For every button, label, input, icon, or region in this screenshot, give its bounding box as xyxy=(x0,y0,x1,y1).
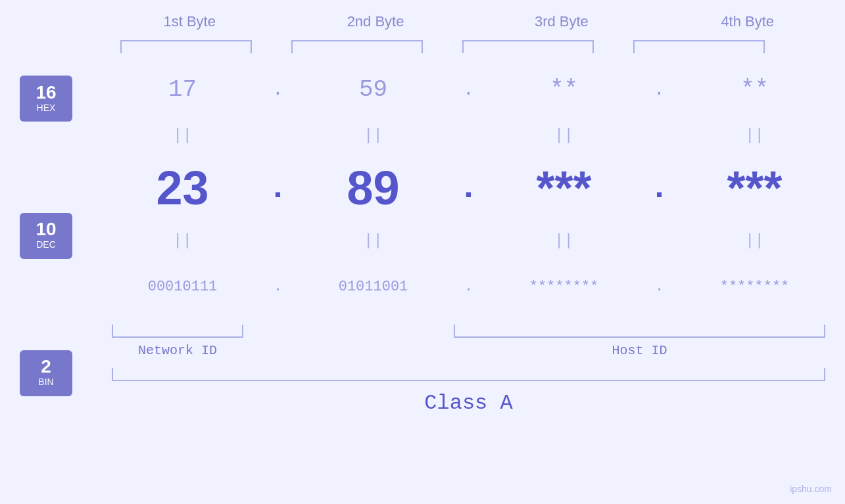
dec-label: DEC xyxy=(36,239,56,252)
bin-b4: ******** xyxy=(720,279,790,295)
dec-b4: *** xyxy=(727,161,782,215)
byte4-header: 4th Byte xyxy=(675,13,820,30)
hex-b4: ** xyxy=(740,76,769,103)
dec-dot1: . xyxy=(268,170,287,207)
dec-row: 23 . 89 . *** . *** xyxy=(92,149,845,227)
eq1-b1: || xyxy=(110,127,255,145)
bin-dot2: . xyxy=(464,279,473,295)
hex-b3: ** xyxy=(550,76,578,103)
bin-dot3: . xyxy=(655,279,664,295)
byte-headers: 1st Byte 2nd Byte 3rd Byte 4th Byte xyxy=(114,13,824,30)
bracket-byte1 xyxy=(120,40,252,53)
hex-number: 16 xyxy=(36,83,56,102)
equals-row-1: || || || || xyxy=(92,122,845,149)
bin-label: BIN xyxy=(38,376,53,389)
bracket-byte2 xyxy=(291,40,423,53)
bracket-byte4 xyxy=(633,40,765,53)
bin-dot1: . xyxy=(274,279,282,295)
id-brackets xyxy=(105,325,832,338)
id-labels-row: Network ID Host ID xyxy=(105,343,832,358)
hex-dot2: . xyxy=(463,80,474,100)
hex-b1: 17 xyxy=(168,76,197,103)
bin-b2: 01011001 xyxy=(339,279,408,295)
bracket-byte3 xyxy=(462,40,594,53)
byte1-header: 1st Byte xyxy=(117,13,262,30)
bin-row: 00010111 . 01011001 . ******** . *******… xyxy=(92,254,845,319)
hex-badge: 16 HEX xyxy=(20,76,72,122)
byte2-header: 2nd Byte xyxy=(303,13,448,30)
bin-b3: ******** xyxy=(529,279,599,295)
equals-row-2: || || || || xyxy=(92,227,845,254)
hex-b2: 59 xyxy=(359,76,387,103)
host-bracket xyxy=(454,325,825,338)
eq2-b4: || xyxy=(683,232,827,250)
dec-b2: 89 xyxy=(347,161,399,215)
dec-dot3: . xyxy=(649,170,669,207)
top-brackets xyxy=(114,34,824,53)
watermark: ipshu.com xyxy=(790,484,832,494)
values-grid: 17 . 59 . ** . ** || || || || 23 xyxy=(92,57,845,415)
bin-badge: 2 BIN xyxy=(20,350,72,396)
eq2-b3: || xyxy=(492,232,637,250)
labels-column: 16 HEX 10 DEC 2 BIN xyxy=(0,57,92,415)
host-id-label: Host ID xyxy=(454,343,825,358)
eq1-b3: || xyxy=(492,127,637,145)
hex-dot3: . xyxy=(654,80,665,100)
eq1-b4: || xyxy=(683,127,827,145)
main-container: 1st Byte 2nd Byte 3rd Byte 4th Byte 16 H… xyxy=(0,0,845,504)
dec-number: 10 xyxy=(36,220,56,239)
hex-row: 17 . 59 . ** . ** xyxy=(92,57,845,122)
dec-badge: 10 DEC xyxy=(20,213,72,259)
class-label: Class A xyxy=(92,391,845,415)
dec-b3: *** xyxy=(536,161,591,215)
byte3-header: 3rd Byte xyxy=(489,13,634,30)
dec-b1: 23 xyxy=(156,161,208,215)
hex-label: HEX xyxy=(37,102,56,115)
full-bracket-container xyxy=(92,368,845,381)
network-id-label: Network ID xyxy=(112,343,243,358)
eq1-b2: || xyxy=(301,127,446,145)
bin-b1: 00010111 xyxy=(148,279,218,295)
eq2-b2: || xyxy=(301,232,446,250)
full-bracket xyxy=(112,368,825,381)
dec-dot2: . xyxy=(458,170,478,207)
eq2-b1: || xyxy=(110,232,255,250)
network-bracket xyxy=(112,325,243,338)
hex-dot1: . xyxy=(272,80,283,100)
bin-number: 2 xyxy=(41,357,51,376)
